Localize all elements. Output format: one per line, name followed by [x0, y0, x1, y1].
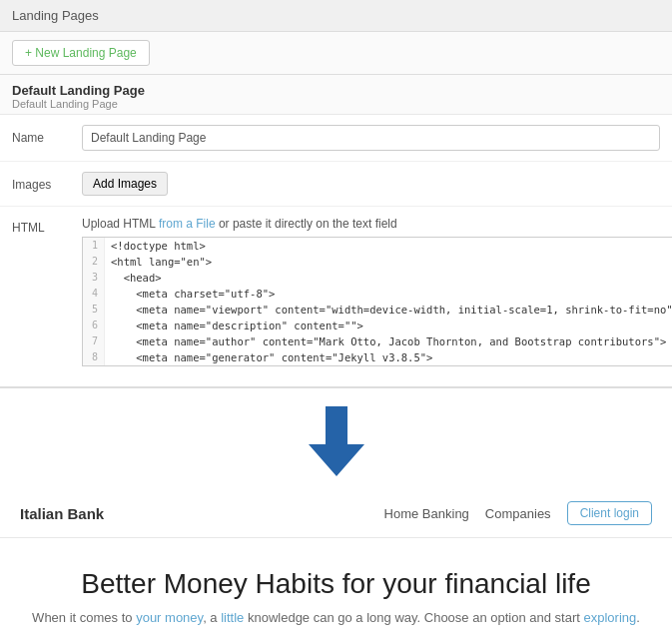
hero-title: Better Money Habits for your financial l… — [20, 568, 652, 600]
line-number: 5 — [83, 302, 105, 318]
line-code: <html lang="en"> — [105, 254, 212, 270]
name-label: Name — [12, 125, 82, 145]
brand-name: Italian Bank — [20, 505, 104, 522]
code-line: 6 <meta name="description" content=""> — [83, 318, 672, 333]
preview-section: Italian Bank Home Banking Companies Clie… — [0, 489, 672, 644]
line-number: 4 — [83, 286, 105, 302]
line-code: <title>Pricing example - Bootstrap</titl… — [105, 365, 401, 366]
form-section: Name Images Add Images HTML Upload HTML … — [0, 115, 672, 387]
hero-highlight1: your money — [136, 610, 203, 625]
default-lp-title: Default Landing Page — [12, 83, 660, 98]
line-code: <meta name="viewport" content="width=dev… — [105, 302, 672, 318]
html-row: HTML Upload HTML from a File or paste it… — [0, 207, 672, 376]
default-lp-header: Default Landing Page Default Landing Pag… — [0, 75, 672, 115]
html-description: Upload HTML from a File or paste it dire… — [82, 217, 672, 231]
nav-companies[interactable]: Companies — [485, 506, 551, 521]
default-lp-subtitle: Default Landing Page — [12, 98, 660, 110]
code-line: 2<html lang="en"> — [83, 254, 672, 270]
html-content: Upload HTML from a File or paste it dire… — [82, 217, 672, 366]
hero-sub4: . — [636, 610, 640, 625]
admin-panel: Landing Pages + New Landing Page Default… — [0, 0, 672, 388]
hero-highlight3: exploring — [583, 610, 636, 625]
line-code: <meta name="author" content="Mark Otto, … — [105, 333, 666, 349]
images-row: Images Add Images — [0, 162, 672, 207]
line-number: 2 — [83, 254, 105, 270]
nav-links: Home Banking Companies Client login — [384, 501, 652, 525]
code-editor[interactable]: 1<!doctype html>2<html lang="en">3 <head… — [82, 237, 672, 366]
hero-section: Better Money Habits for your financial l… — [0, 538, 672, 644]
line-number: 10 — [83, 365, 105, 366]
line-number: 6 — [83, 318, 105, 333]
html-label: HTML — [12, 217, 82, 235]
code-line: 7 <meta name="author" content="Mark Otto… — [83, 333, 672, 349]
line-code: <meta name="generator" content="Jekyll v… — [105, 349, 432, 365]
name-row: Name — [0, 115, 672, 162]
line-number: 8 — [83, 349, 105, 365]
line-code: <meta name="description" content=""> — [105, 318, 363, 333]
code-line: 10 <title>Pricing example - Bootstrap</t… — [83, 365, 672, 366]
line-code: <head> — [105, 270, 162, 286]
hero-sub3: knowledge can go a long way. Choose an o… — [244, 610, 583, 625]
name-input-wrap — [82, 125, 660, 151]
images-btn-wrap: Add Images — [82, 172, 660, 196]
line-number: 7 — [83, 333, 105, 349]
images-label: Images — [12, 172, 82, 192]
code-line: 1<!doctype html> — [83, 238, 672, 254]
html-file-link[interactable]: from a File — [159, 217, 216, 231]
login-button[interactable]: Client login — [567, 501, 652, 525]
code-line: 3 <head> — [83, 270, 672, 286]
line-code: <meta charset="utf-8"> — [105, 286, 275, 302]
name-input[interactable] — [82, 125, 660, 151]
nav-home-banking[interactable]: Home Banking — [384, 506, 469, 521]
line-code: <!doctype html> — [105, 238, 206, 254]
code-line: 5 <meta name="viewport" content="width=d… — [83, 302, 672, 318]
line-number: 1 — [83, 238, 105, 254]
new-page-btn-bar: + New Landing Page — [0, 32, 672, 75]
html-desc-after: or paste it directly on the text field — [216, 217, 397, 231]
code-line: 4 <meta charset="utf-8"> — [83, 286, 672, 302]
line-number: 3 — [83, 270, 105, 286]
hero-subtitle: When it comes to your money, a little kn… — [20, 610, 652, 625]
code-line: 8 <meta name="generator" content="Jekyll… — [83, 349, 672, 365]
add-images-button[interactable]: Add Images — [82, 172, 168, 196]
hero-sub2: , a — [203, 610, 221, 625]
html-desc-before: Upload HTML — [82, 217, 159, 231]
preview-navbar: Italian Bank Home Banking Companies Clie… — [0, 489, 672, 538]
hero-sub1: When it comes to — [32, 610, 136, 625]
arrow-section — [0, 388, 672, 489]
top-bar: Landing Pages — [0, 0, 672, 32]
top-bar-label: Landing Pages — [12, 8, 99, 23]
new-page-button[interactable]: + New Landing Page — [12, 40, 150, 66]
hero-highlight2: little — [221, 610, 244, 625]
